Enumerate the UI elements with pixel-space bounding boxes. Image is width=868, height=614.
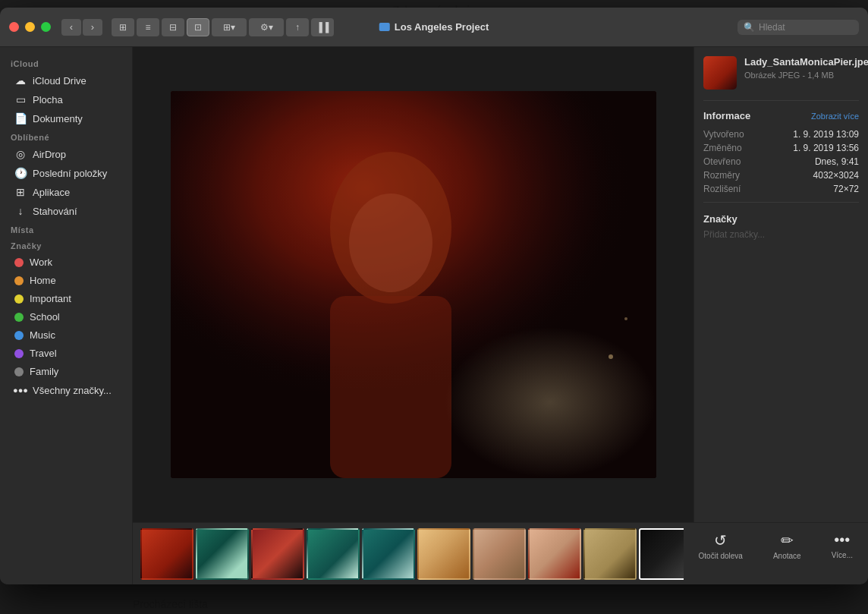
main-image-container (171, 91, 656, 478)
thumb-3[interactable] (251, 528, 304, 580)
desktop-icon: ▭ (14, 93, 27, 105)
sidebar-item-travel[interactable]: Travel (4, 345, 128, 362)
thumb-5[interactable] (362, 528, 415, 580)
close-button[interactable] (9, 22, 19, 32)
sidebar-section-oblibene: Oblíbené (0, 128, 132, 144)
important-tag-dot (14, 294, 24, 304)
documents-icon: 📄 (14, 112, 27, 124)
music-tag-dot (14, 331, 24, 340)
finder-window: ‹ › ⊞ ≡ ⊟ ⊡ ⊞▾ ⚙▾ ↑ ▐▐ Los Angeles Proje… (0, 8, 868, 584)
family-tag-dot (14, 367, 24, 376)
minimize-button[interactable] (25, 22, 35, 32)
sidebar-section-icloud: iCloud (0, 55, 132, 71)
folder-icon (379, 23, 390, 31)
created-label: Vytvořeno (703, 129, 744, 140)
share-button[interactable]: ↑ (286, 18, 309, 36)
rotate-left-icon: ↺ (714, 531, 727, 549)
all-tags-icon: ●●● (14, 384, 27, 396)
sidebar-item-recent[interactable]: 🕐 Poslední položky (4, 164, 128, 182)
sidebar-item-school[interactable]: School (4, 308, 128, 326)
info-row-dimensions: Rozměry 4032×3024 (703, 168, 859, 182)
thumb-2[interactable] (196, 528, 249, 580)
content-wrapper: Lady_SantaMonicaPier.jpeg Obrázek JPEG -… (133, 47, 868, 584)
show-more-link[interactable]: Zobrazit více (811, 112, 859, 121)
resolution-value: 72×72 (833, 184, 859, 194)
sidebar-item-dokumenty[interactable]: 📄 Dokumenty (4, 109, 128, 128)
gallery-info-row: Lady_SantaMonicaPier.jpeg Obrázek JPEG -… (133, 47, 868, 522)
rotate-left-label: Otočit doleva (699, 552, 743, 560)
back-button[interactable]: ‹ (61, 19, 81, 36)
sidebar-item-family[interactable]: Family (4, 363, 128, 380)
annotate-icon: ✏ (781, 531, 794, 549)
sidebar-item-important[interactable]: Important (4, 290, 128, 307)
view-list-button[interactable]: ≡ (137, 18, 159, 36)
thumb-10[interactable] (639, 528, 684, 580)
forward-button[interactable]: › (83, 19, 102, 36)
sidebar-item-home[interactable]: Home (4, 272, 128, 289)
divider-2 (703, 202, 859, 203)
travel-tag-dot (14, 349, 24, 358)
icloud-drive-icon: ☁ (14, 74, 27, 87)
sidebar-item-apps[interactable]: ⊞ Aplikace (4, 183, 128, 201)
annotate-button[interactable]: ✏ Anotace (758, 527, 816, 565)
opened-label: Otevřeno (703, 156, 741, 167)
view-icons-button[interactable]: ⊞ (112, 18, 134, 36)
recents-icon: 🕐 (14, 167, 27, 179)
search-input[interactable] (759, 22, 850, 33)
filmstrip-annotation-label: Procházecí lišta (133, 598, 208, 610)
window-title: Los Angeles Project (379, 21, 489, 33)
more-label: Více... (832, 551, 853, 559)
main-photo[interactable] (171, 91, 656, 478)
annotate-label: Anotace (773, 552, 801, 560)
sidebar-section-znacky: Značky (0, 237, 132, 253)
thumb-8[interactable] (528, 528, 581, 580)
tags-title: Značky (703, 213, 859, 225)
sidebar-item-music[interactable]: Music (4, 326, 128, 344)
home-tag-dot (14, 276, 24, 285)
svg-rect-7 (171, 91, 656, 478)
work-tag-dot (14, 258, 24, 267)
file-name: Lady_SantaMonicaPier.jpeg (744, 56, 868, 69)
thumb-6[interactable] (417, 528, 470, 580)
thumb-7[interactable] (473, 528, 526, 580)
bottom-actions: ↺ Otočit doleva ✏ Anotace ••• Více... (684, 522, 868, 568)
sidebar-item-downloads[interactable]: ↓ Stahování (4, 202, 128, 220)
info-row-modified: Změněno 1. 9. 2019 13:56 (703, 141, 859, 155)
gallery-area (133, 47, 693, 522)
info-row-created: Vytvořeno 1. 9. 2019 13:09 (703, 128, 859, 141)
search-bar[interactable]: 🔍 (737, 20, 859, 35)
resolution-label: Rozlišení (703, 184, 741, 194)
school-tag-dot (14, 313, 24, 322)
rotate-left-button[interactable]: ↺ Otočit doleva (684, 527, 758, 565)
thumb-1[interactable] (140, 528, 193, 580)
view-group-button[interactable]: ⊞▾ (212, 18, 247, 36)
sidebar-item-airdrop[interactable]: ◎ AirDrop (4, 145, 128, 163)
file-info: Lady_SantaMonicaPier.jpeg Obrázek JPEG -… (744, 56, 868, 80)
file-header: Lady_SantaMonicaPier.jpeg Obrázek JPEG -… (703, 56, 859, 90)
dimensions-value: 4032×3024 (813, 170, 859, 181)
downloads-icon: ↓ (14, 205, 27, 217)
apps-icon: ⊞ (14, 186, 27, 198)
tags-placeholder[interactable]: Přidat značky... (703, 229, 859, 240)
tag-button[interactable]: ▐▐ (311, 18, 334, 36)
info-section-title: Informace (703, 110, 750, 121)
more-button[interactable]: ••• Více... (816, 527, 868, 564)
action-button[interactable]: ⚙▾ (249, 18, 284, 36)
sidebar: iCloud ☁ iCloud Drive ▭ Plocha 📄 Dokumen… (0, 47, 133, 584)
maximize-button[interactable] (41, 22, 51, 32)
opened-value: Dnes, 9:41 (815, 156, 859, 167)
sidebar-item-icloud-drive[interactable]: ☁ iCloud Drive (4, 71, 128, 90)
more-icon: ••• (834, 531, 850, 549)
thumb-9[interactable] (583, 528, 637, 580)
created-value: 1. 9. 2019 13:09 (793, 129, 859, 140)
sidebar-item-plocha[interactable]: ▭ Plocha (4, 90, 128, 109)
svg-point-5 (609, 354, 613, 359)
modified-value: 1. 9. 2019 13:56 (793, 143, 859, 153)
sidebar-item-work[interactable]: Work (4, 253, 128, 271)
thumb-4[interactable] (307, 528, 360, 580)
view-columns-button[interactable]: ⊟ (162, 18, 184, 36)
titlebar: ‹ › ⊞ ≡ ⊟ ⊡ ⊞▾ ⚙▾ ↑ ▐▐ Los Angeles Proje… (0, 8, 868, 47)
view-gallery-button[interactable]: ⊡ (187, 18, 209, 36)
bottom-bar: ↺ Otočit doleva ✏ Anotace ••• Více... (133, 522, 868, 584)
sidebar-item-all-tags[interactable]: ●●● Všechny značky... (4, 381, 128, 399)
